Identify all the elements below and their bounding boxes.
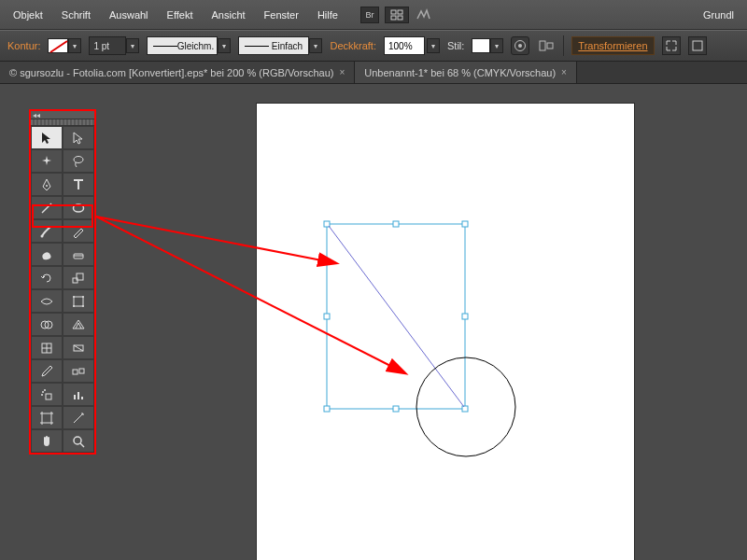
- symbol-sprayer-tool[interactable]: [31, 383, 63, 406]
- menu-ansicht[interactable]: Ansicht: [203, 6, 255, 24]
- recolor-artwork-button[interactable]: [511, 36, 529, 55]
- line-segment-tool[interactable]: [31, 196, 63, 219]
- svg-point-11: [46, 185, 48, 187]
- blend-tool[interactable]: [63, 359, 94, 383]
- eyedropper-tool[interactable]: [31, 359, 63, 383]
- svg-rect-1: [398, 10, 402, 14]
- svg-rect-36: [81, 397, 83, 399]
- style-label: Stil:: [447, 40, 464, 51]
- magic-wand-tool[interactable]: [31, 149, 63, 173]
- svg-rect-30: [46, 394, 51, 399]
- tab-title: Unbenannt-1* bei 68 % (CMYK/Vorschau): [364, 67, 556, 78]
- eraser-tool[interactable]: [63, 243, 94, 266]
- workspace-switcher[interactable]: Grundl: [694, 6, 743, 24]
- transform-panel-link[interactable]: Transformieren: [571, 36, 654, 55]
- stroke-weight-value: 1 pt: [89, 36, 126, 55]
- menu-effekt[interactable]: Effekt: [158, 6, 203, 24]
- stroke-weight-field[interactable]: 1 pt ▾: [89, 36, 139, 55]
- arrows-out-icon: [665, 39, 678, 52]
- tab-title: © sgursozlu - Fotolia.com [Konvertiert].…: [9, 67, 333, 78]
- bridge-button[interactable]: Br: [360, 7, 379, 23]
- arrange-documents-button[interactable]: [385, 7, 409, 23]
- style-swatch-icon: [472, 38, 490, 53]
- swatch-icon: [48, 38, 68, 53]
- hand-tool[interactable]: [31, 429, 63, 453]
- selection-tool[interactable]: [31, 126, 63, 149]
- paintbrush-tool[interactable]: [31, 219, 63, 243]
- type-tool[interactable]: [63, 173, 94, 196]
- square-icon: [692, 40, 703, 51]
- free-transform-tool[interactable]: [63, 289, 94, 313]
- svg-point-32: [44, 389, 46, 391]
- rotate-tool[interactable]: [31, 266, 63, 289]
- pen-tool[interactable]: [31, 173, 63, 196]
- svg-rect-34: [74, 395, 76, 399]
- align-button[interactable]: [537, 36, 556, 55]
- grid-icon: [390, 9, 403, 21]
- svg-rect-2: [391, 16, 396, 20]
- extra-button[interactable]: [688, 36, 707, 55]
- chevron-down-icon: ▾: [126, 38, 139, 53]
- menu-fenster[interactable]: Fenster: [255, 6, 308, 24]
- opacity-field[interactable]: 100% ▾: [384, 36, 440, 55]
- mesh-tool[interactable]: [31, 336, 63, 359]
- gpu-preview-button[interactable]: [415, 7, 433, 23]
- svg-line-39: [80, 443, 84, 447]
- stroke-color-swatch[interactable]: ▾: [48, 36, 81, 55]
- graphic-style[interactable]: ▾: [472, 36, 503, 55]
- hand-cursor-icon: [416, 7, 432, 22]
- svg-point-20: [73, 296, 75, 298]
- svg-rect-28: [73, 370, 78, 374]
- artboard-tool[interactable]: [31, 406, 63, 429]
- panel-collapse-bar[interactable]: ◂◂: [31, 111, 94, 119]
- menu-objekt[interactable]: Objekt: [4, 6, 52, 24]
- chevron-down-icon: ▾: [68, 38, 81, 53]
- svg-point-21: [82, 296, 84, 298]
- menu-bar: Objekt Schrift Auswahl Effekt Ansicht Fe…: [0, 0, 747, 30]
- opacity-value: 100%: [384, 36, 425, 55]
- svg-rect-35: [78, 392, 79, 399]
- gradient-tool[interactable]: [63, 336, 94, 359]
- shape-builder-tool[interactable]: [31, 313, 63, 336]
- close-icon[interactable]: ×: [561, 67, 567, 77]
- perspective-grid-tool[interactable]: [63, 313, 94, 336]
- slice-tool[interactable]: [63, 406, 94, 429]
- svg-rect-19: [74, 297, 83, 306]
- menu-hilfe[interactable]: Hilfe: [308, 6, 347, 24]
- chevron-down-icon: ▾: [218, 38, 231, 53]
- svg-point-13: [74, 204, 84, 212]
- panel-grip[interactable]: [31, 119, 94, 126]
- svg-point-38: [74, 437, 81, 444]
- svg-rect-3: [398, 16, 402, 20]
- ellipse-tool[interactable]: [63, 196, 94, 219]
- document-tab-2[interactable]: Unbenannt-1* bei 68 % (CMYK/Vorschau) ×: [355, 62, 577, 83]
- opacity-label: Deckkraft:: [330, 40, 376, 51]
- svg-rect-7: [540, 41, 545, 50]
- svg-point-31: [42, 391, 44, 393]
- pencil-tool[interactable]: [63, 219, 94, 243]
- zoom-tool[interactable]: [63, 429, 94, 453]
- width-tool[interactable]: [31, 289, 63, 313]
- svg-point-33: [41, 394, 43, 396]
- menu-schrift[interactable]: Schrift: [52, 6, 100, 24]
- column-graph-tool[interactable]: [63, 383, 94, 406]
- scale-tool[interactable]: [63, 266, 94, 289]
- svg-line-4: [50, 41, 67, 52]
- svg-point-22: [73, 305, 75, 307]
- isolate-button[interactable]: [662, 36, 681, 55]
- close-icon[interactable]: ×: [339, 67, 345, 77]
- menu-auswahl[interactable]: Auswahl: [100, 6, 158, 24]
- document-tab-1[interactable]: © sgursozlu - Fotolia.com [Konvertiert].…: [0, 62, 355, 83]
- stroke-label: Kontur:: [7, 40, 40, 51]
- brush-basic-label: Einfach: [272, 41, 303, 51]
- lasso-tool[interactable]: [63, 149, 94, 173]
- brush-definition[interactable]: Einfach ▾: [238, 36, 322, 55]
- direct-selection-tool[interactable]: [63, 126, 94, 149]
- profile-uniform-label: Gleichm.: [177, 41, 214, 51]
- svg-rect-29: [79, 369, 84, 373]
- svg-point-23: [82, 305, 84, 307]
- document-tab-bar: © sgursozlu - Fotolia.com [Konvertiert].…: [0, 62, 747, 84]
- blob-brush-tool[interactable]: [31, 243, 63, 266]
- variable-width-profile[interactable]: Gleichm. ▾: [147, 36, 231, 55]
- artboard[interactable]: [257, 104, 634, 560]
